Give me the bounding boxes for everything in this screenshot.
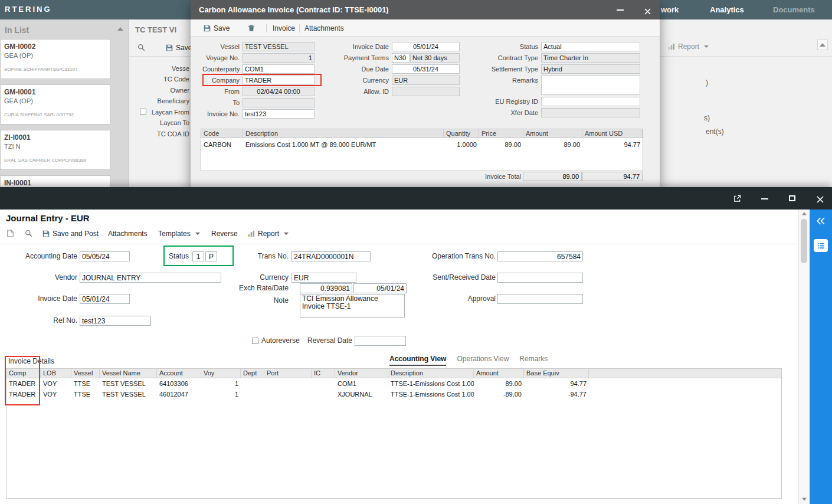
tc-save-button[interactable]: Save [166, 44, 191, 52]
company-input[interactable] [243, 76, 315, 85]
due-date-input[interactable] [392, 64, 460, 74]
payment-terms-code-input[interactable] [392, 53, 410, 63]
form-panel-button[interactable] [814, 239, 828, 252]
autoreverse-checkbox[interactable] [252, 338, 258, 344]
menu-network[interactable]: work [661, 5, 679, 14]
scroll-up-icon[interactable] [802, 212, 807, 215]
tab-accounting-view[interactable]: Accounting View [389, 355, 446, 366]
column-header[interactable]: Quantity [444, 129, 479, 138]
column-header[interactable]: Description [388, 369, 474, 378]
list-scroll-up-icon[interactable] [117, 27, 123, 31]
from-input[interactable] [243, 87, 315, 96]
field-label: Xfer Date [489, 108, 541, 117]
exch-rate-date-input[interactable] [353, 283, 407, 293]
ref-no-input[interactable] [80, 316, 151, 326]
menu-analytics[interactable]: Analytics [710, 5, 744, 14]
scroll-down-icon[interactable] [802, 498, 807, 501]
column-header[interactable]: Comp [6, 369, 41, 378]
operation-trans-no-input[interactable] [497, 251, 583, 261]
contract-type-input[interactable] [541, 53, 640, 63]
column-header[interactable]: Amount [474, 369, 524, 378]
accounting-date-input[interactable] [80, 251, 130, 261]
column-header[interactable]: Description [243, 129, 444, 138]
list-item[interactable]: GM-I0002 GEA (OP) SOPHIE SCHIFFAHRTSG/C3… [0, 39, 110, 79]
column-header[interactable]: Voy [201, 369, 241, 378]
save-and-post-button[interactable]: Save and Post [42, 230, 99, 238]
eu-registry-id-input[interactable] [541, 97, 640, 106]
column-header[interactable]: Vendor [335, 369, 388, 378]
currency-input[interactable] [291, 273, 356, 283]
payment-terms-desc-input[interactable] [410, 53, 460, 63]
close-icon[interactable] [644, 6, 651, 17]
vertical-scrollbar[interactable] [798, 210, 809, 504]
approval-input[interactable] [497, 294, 583, 304]
column-header[interactable]: Vessel [71, 369, 100, 378]
status-value-input[interactable] [192, 251, 204, 261]
voyage-no-input[interactable] [243, 53, 315, 63]
xfer-date-input[interactable] [541, 108, 640, 117]
status-flag-input[interactable] [205, 251, 217, 261]
table-row[interactable]: TRADER VOY TTSE TEST VESSEL 46012047 1 X… [6, 389, 781, 400]
trans-no-input[interactable] [291, 251, 371, 261]
column-header[interactable]: Account [157, 369, 201, 378]
vessel-input[interactable] [243, 42, 315, 51]
report-button[interactable]: Report [668, 42, 709, 51]
invoice-no-input[interactable] [243, 109, 315, 119]
status-input[interactable] [541, 42, 640, 51]
list-item[interactable]: ZI-I0001 TZI N ERAL GAS CARRIER CORPO/V8… [0, 130, 110, 170]
tc-search-button[interactable] [137, 44, 145, 51]
close-icon[interactable] [817, 195, 824, 205]
form-column-right: Status Contract Type Settlement Type Rem… [489, 42, 640, 119]
templates-button[interactable]: Templates [158, 230, 200, 238]
tc-checkbox[interactable] [140, 109, 146, 115]
tab-remarks[interactable]: Remarks [519, 355, 548, 366]
minimize-icon[interactable] [617, 9, 624, 11]
new-button[interactable] [7, 230, 14, 237]
column-header[interactable]: Amount USD [582, 129, 643, 138]
vendor-input[interactable] [80, 273, 221, 283]
to-input[interactable] [243, 98, 315, 107]
maximize-icon[interactable] [789, 195, 795, 201]
list-item[interactable]: IN-I0001 [0, 175, 110, 187]
invoice-date-input[interactable] [80, 294, 130, 304]
allow-id-input[interactable] [392, 87, 460, 96]
tab-operations-view[interactable]: Operations View [457, 355, 509, 366]
column-header[interactable]: IC [312, 369, 335, 378]
side-accent-strip [810, 210, 832, 504]
table-row[interactable]: TRADER VOY TTSE TEST VESSEL 64103306 1 C… [6, 378, 781, 389]
delete-button[interactable] [248, 23, 255, 33]
table-row[interactable]: CARBON Emissions Cost 1.000 MT @ 89.000 … [201, 138, 643, 148]
search-button[interactable] [25, 230, 32, 237]
sent-received-date-input[interactable] [497, 273, 583, 283]
column-header[interactable]: Vessel Name [100, 369, 157, 378]
invoice-date-input[interactable] [392, 42, 460, 51]
tab-invoice[interactable]: Invoice [273, 23, 295, 33]
scrollbar-thumb[interactable] [801, 219, 807, 263]
tab-attachments[interactable]: Attachments [304, 23, 344, 33]
column-header[interactable]: Port [264, 369, 312, 378]
counterparty-input[interactable] [243, 64, 315, 74]
currency-input[interactable] [392, 76, 460, 85]
remarks-textarea[interactable] [541, 76, 640, 95]
column-header[interactable]: Base Equiv [524, 369, 589, 378]
minimize-icon[interactable] [761, 198, 768, 199]
collapse-panel-icon[interactable] [816, 217, 825, 227]
scroll-up-button[interactable] [817, 40, 828, 50]
settlement-type-input[interactable] [541, 64, 640, 74]
note-textarea[interactable]: TCI Emission Allowance Invoice TTSE-1 [300, 294, 405, 318]
column-header[interactable]: LOB [41, 369, 71, 378]
list-item[interactable]: GM-I0001 GEA (OP) CURIA SHIPPING SARL/V5… [0, 84, 110, 125]
column-header[interactable]: Dept [241, 369, 264, 378]
column-header[interactable]: Amount [523, 129, 582, 138]
reverse-button[interactable]: Reverse [211, 230, 238, 238]
column-header[interactable]: Price [479, 129, 523, 138]
report-button[interactable]: Report [248, 230, 289, 238]
field-label: Company [202, 76, 243, 85]
popout-icon[interactable] [733, 194, 741, 205]
column-header[interactable]: Code [201, 129, 243, 138]
menu-documents[interactable]: Documents [773, 5, 815, 14]
save-button[interactable]: Save [204, 23, 230, 33]
attachments-button[interactable]: Attachments [108, 230, 148, 238]
exch-rate-input[interactable] [300, 283, 352, 293]
reversal-date-input[interactable] [355, 336, 406, 346]
